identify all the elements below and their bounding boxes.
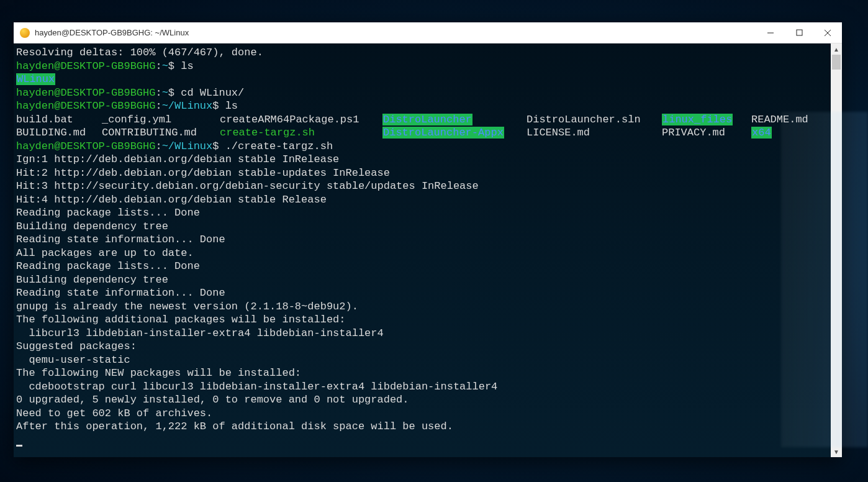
output-line: Need to get 602 kB of archives. xyxy=(16,407,212,419)
output-line: gnupg is already the newest version (2.1… xyxy=(16,301,358,312)
ls-entry-dir: x64 xyxy=(751,127,772,139)
window-title: hayden@DESKTOP-GB9BGHG: ~/WLinux xyxy=(35,28,189,37)
prompt-path: ~ xyxy=(162,87,168,99)
output-line: Reading package lists... Done xyxy=(16,207,200,219)
maximize-button[interactable] xyxy=(785,22,813,43)
maximize-icon xyxy=(796,29,803,36)
ls-entry: BUILDING.md xyxy=(16,127,86,139)
close-icon xyxy=(824,29,831,37)
terminal-window: hayden@DESKTOP-GB9BGHG: ~/WLinux Resolvi… xyxy=(14,22,842,457)
close-button[interactable] xyxy=(813,22,842,43)
command: ls xyxy=(225,100,238,112)
svg-rect-1 xyxy=(797,30,802,35)
window-controls xyxy=(756,22,842,43)
app-icon xyxy=(20,28,30,38)
ls-entry-dir: DistroLauncher-Appx xyxy=(382,127,504,139)
ls-entry: README.md xyxy=(751,114,808,125)
scroll-thumb[interactable] xyxy=(832,55,841,70)
scroll-up-button[interactable]: ▲ xyxy=(831,43,842,55)
prompt-user: hayden@DESKTOP-GB9BGHG xyxy=(16,60,155,72)
output-line: After this operation, 1,222 kB of additi… xyxy=(16,421,453,432)
ls-entry: CONTRIBUTING.md xyxy=(102,127,197,139)
minimize-icon xyxy=(767,29,774,37)
output-line: Reading state information... Done xyxy=(16,234,225,245)
ls-entry-exec: create-targz.sh xyxy=(220,127,315,139)
terminal-output[interactable]: Resolving deltas: 100% (467/467), done. … xyxy=(14,43,831,457)
ls-entry: _config.yml xyxy=(102,114,171,125)
output-line: cdebootstrap curl libcurl3 libdebian-ins… xyxy=(16,381,497,393)
prompt-user: hayden@DESKTOP-GB9BGHG xyxy=(16,87,155,99)
ls-entry-dir: linux_files xyxy=(662,114,733,125)
vertical-scrollbar[interactable]: ▲ ▼ xyxy=(831,43,842,457)
output-line: Ign:1 http://deb.debian.org/debian stabl… xyxy=(16,153,339,165)
prompt-user: hayden@DESKTOP-GB9BGHG xyxy=(16,140,155,152)
output-line: libcurl3 libdebian-installer-extra4 libd… xyxy=(16,327,384,339)
output-line: Hit:3 http://security.debian.org/debian-… xyxy=(16,180,479,192)
output-line: Reading state information... Done xyxy=(16,287,225,299)
command: ./create-targz.sh xyxy=(225,140,333,152)
scroll-down-button[interactable]: ▼ xyxy=(831,446,842,457)
ls-entry: createARM64Package.ps1 xyxy=(220,114,359,125)
ls-entry-dir: WLinux xyxy=(16,73,55,85)
terminal-area: Resolving deltas: 100% (467/467), done. … xyxy=(14,43,842,457)
output-line: Hit:2 http://deb.debian.org/debian stabl… xyxy=(16,167,390,179)
prompt-path: ~ xyxy=(162,60,168,72)
prompt-path: ~/WLinux xyxy=(162,140,213,152)
output-line: The following additional packages will b… xyxy=(16,314,346,325)
output-line: qemu-user-static xyxy=(16,354,130,366)
ls-entry: DistroLauncher.sln xyxy=(527,114,641,125)
command: cd WLinux/ xyxy=(181,87,244,99)
terminal-cursor xyxy=(16,445,22,447)
command: ls xyxy=(181,60,193,72)
ls-entry: LICENSE.md xyxy=(527,127,590,139)
output-line: The following NEW packages will be insta… xyxy=(16,367,301,379)
minimize-button[interactable] xyxy=(756,22,785,43)
output-line: All packages are up to date. xyxy=(16,247,194,259)
prompt-user: hayden@DESKTOP-GB9BGHG xyxy=(16,100,155,112)
ls-entry: PRIVACY.md xyxy=(662,127,725,139)
ls-listing: build.bat BUILDING.md_config.yml CONTRIB… xyxy=(16,113,808,140)
output-line: Reading package lists... Done xyxy=(16,260,200,272)
output-line: Building dependency tree xyxy=(16,274,168,286)
output-line: Suggested packages: xyxy=(16,340,137,352)
prompt-path: ~/WLinux xyxy=(162,100,213,112)
ls-entry-dir: DistroLauncher xyxy=(382,114,472,125)
output-line: Hit:4 http://deb.debian.org/debian stabl… xyxy=(16,194,327,206)
output-line: Building dependency tree xyxy=(16,221,168,232)
output-line: Resolving deltas: 100% (467/467), done. xyxy=(16,47,263,58)
output-line: 0 upgraded, 5 newly installed, 0 to remo… xyxy=(16,394,409,406)
ls-entry: build.bat xyxy=(16,114,73,125)
titlebar[interactable]: hayden@DESKTOP-GB9BGHG: ~/WLinux xyxy=(14,22,842,43)
